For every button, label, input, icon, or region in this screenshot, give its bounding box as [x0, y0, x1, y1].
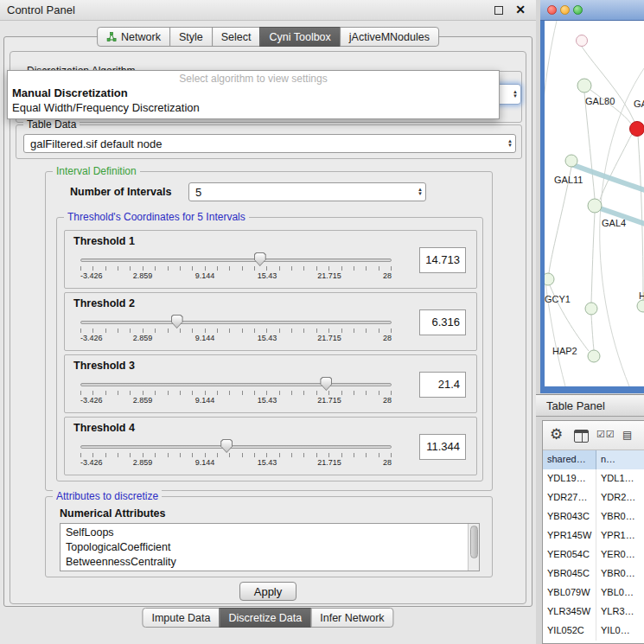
threshold-slider-2[interactable]: -3.4262.8599.14415.4321.71528: [80, 314, 393, 345]
column-header[interactable]: n…: [596, 450, 644, 469]
list-icon[interactable]: ▤: [622, 429, 632, 441]
slider-thumb[interactable]: [254, 252, 266, 266]
slider-thumb[interactable]: [220, 439, 233, 453]
tab-discretize-data[interactable]: Discretize Data: [220, 608, 312, 628]
threshold-value-field[interactable]: 21.4: [419, 372, 466, 398]
threshold-panel-4: Threshold 4 -3.4262.8599.14415.4321.7152…: [64, 417, 477, 475]
threshold-label: Threshold 2: [73, 297, 135, 309]
table-cell[interactable]: YPR145W: [543, 526, 596, 545]
table-cell[interactable]: YDL1…: [596, 469, 644, 488]
number-of-intervals-combobox[interactable]: 5 ▲▼: [188, 182, 426, 201]
node-label: GCY1: [545, 294, 571, 304]
tab-jactivemodules[interactable]: jActiveMNodules: [340, 27, 439, 47]
apply-button[interactable]: Apply: [239, 582, 296, 601]
number-of-intervals-label: Number of Intervals: [70, 186, 171, 198]
scale-tick-label: 9.144: [195, 458, 215, 467]
threshold-slider-3[interactable]: -3.4262.8599.14415.4321.71528: [80, 376, 393, 407]
tab-infer-network[interactable]: Infer Network: [310, 608, 393, 628]
table-cell[interactable]: YLR3…: [596, 603, 644, 622]
tab-select[interactable]: Select: [212, 27, 261, 47]
network-node[interactable]: [588, 199, 602, 213]
table-cell[interactable]: YBL0…: [596, 583, 644, 603]
table-cell[interactable]: YIL0…: [596, 622, 644, 641]
slider-thumb[interactable]: [320, 377, 332, 391]
table-row[interactable]: YIL052CYIL0…: [543, 622, 644, 641]
table-cell[interactable]: YDL19…: [543, 469, 596, 488]
node-label: HAP2: [552, 346, 577, 356]
gear-icon[interactable]: ⚙: [550, 425, 563, 443]
column-header[interactable]: shared…: [543, 450, 596, 469]
network-node[interactable]: [637, 300, 644, 312]
table-row[interactable]: YPR145WYPR1…: [543, 526, 644, 545]
table-row[interactable]: YBR045CYBR0…: [543, 564, 644, 583]
combobox-arrows-icon[interactable]: ▲▼: [418, 188, 423, 196]
tab-cyni-toolbox[interactable]: Cyni Toolbox: [259, 27, 340, 47]
scale-tick-label: 9.144: [195, 396, 215, 405]
table-cell[interactable]: YDR27…: [543, 488, 596, 507]
tab-impute-data[interactable]: Impute Data: [142, 608, 220, 628]
zoom-button[interactable]: [573, 5, 583, 15]
close-button[interactable]: [547, 5, 557, 15]
threshold-value-field[interactable]: 11.344: [419, 434, 466, 460]
network-node[interactable]: [577, 35, 588, 47]
algorithm-option[interactable]: Equal Width/Frequency Discretization: [8, 100, 499, 115]
table-cell[interactable]: YBR043C: [543, 507, 596, 526]
tab-style[interactable]: Style: [169, 27, 213, 47]
table-cell[interactable]: YBR0…: [596, 564, 644, 583]
table-cell[interactable]: YBR045C: [543, 564, 596, 583]
table-row[interactable]: YDL19…YDL1…: [543, 469, 644, 488]
vertical-scrollbar[interactable]: [468, 524, 479, 571]
list-item[interactable]: TopologicalCoefficient: [61, 541, 479, 556]
algorithm-dropdown-popup: Select algorithm to view settings Manual…: [7, 70, 500, 119]
network-node[interactable]: [585, 303, 597, 315]
table-row[interactable]: YBL079WYBL0…: [543, 583, 644, 603]
scale-tick-label: 21.715: [317, 271, 341, 280]
table-data-combobox[interactable]: galFiltered.sif default node ▲▼: [23, 134, 516, 153]
table-cell[interactable]: YER0…: [596, 545, 644, 564]
network-canvas[interactable]: GAL80GAGAL11GAL4GCY1HHAP2: [545, 21, 644, 386]
checkbox-icons[interactable]: ☑☑: [596, 429, 615, 440]
scrollbar-thumb[interactable]: [470, 526, 478, 558]
network-node[interactable]: [577, 79, 591, 92]
close-icon[interactable]: ✕: [515, 3, 526, 16]
table-cell[interactable]: YLR345W: [543, 603, 596, 622]
float-window-icon[interactable]: [494, 6, 503, 15]
table-cell[interactable]: YBR0…: [596, 507, 644, 526]
group-label: Threshold's Coordinates for 5 Intervals: [64, 211, 249, 223]
node-label: GA: [634, 99, 644, 109]
table-row[interactable]: YDR27…YDR2…: [543, 488, 644, 507]
algorithm-option[interactable]: Manual Discretization: [8, 86, 499, 100]
network-node[interactable]: [588, 350, 600, 362]
table-row[interactable]: YER054CYER0…: [543, 545, 644, 564]
slider-scale: -3.4262.8599.14415.4321.71528: [80, 334, 392, 343]
minimize-button[interactable]: [560, 5, 570, 15]
list-item[interactable]: BetweennessCentrality: [61, 556, 479, 571]
table-cell[interactable]: YDR2…: [596, 488, 644, 507]
network-node[interactable]: [565, 155, 577, 167]
list-item[interactable]: SelfLoops: [61, 526, 479, 541]
table-row[interactable]: YBR043CYBR0…: [543, 507, 644, 526]
threshold-value-field[interactable]: 6.316: [419, 309, 466, 335]
slider-thumb[interactable]: [171, 315, 183, 328]
table-cell[interactable]: YER054C: [543, 545, 596, 564]
network-icon: [106, 32, 117, 42]
slider-ticks: [80, 453, 392, 457]
node-label: GAL11: [554, 175, 583, 185]
tab-label: Cyni Toolbox: [269, 31, 330, 43]
combobox-arrows-icon[interactable]: ▲▼: [513, 90, 518, 99]
threshold-slider-4[interactable]: -3.4262.8599.14415.4321.71528: [80, 438, 393, 469]
scale-tick-label: 21.715: [317, 458, 341, 467]
scale-tick-label: -3.426: [80, 271, 103, 280]
table-row[interactable]: YLR345WYLR3…: [543, 603, 644, 622]
table-panel-title: Table Panel: [546, 399, 605, 412]
threshold-value-field[interactable]: 14.713: [419, 247, 466, 273]
table-cell[interactable]: YBL079W: [543, 583, 596, 603]
columns-icon[interactable]: [574, 430, 589, 443]
tab-network[interactable]: Network: [97, 27, 170, 47]
combobox-arrows-icon[interactable]: ▲▼: [507, 139, 513, 148]
threshold-slider-1[interactable]: -3.4262.8599.14415.4321.71528: [80, 252, 393, 283]
network-node[interactable]: [545, 273, 554, 285]
network-node[interactable]: [630, 122, 644, 137]
table-cell[interactable]: YPR1…: [596, 526, 644, 545]
table-cell[interactable]: YIL052C: [543, 622, 596, 641]
